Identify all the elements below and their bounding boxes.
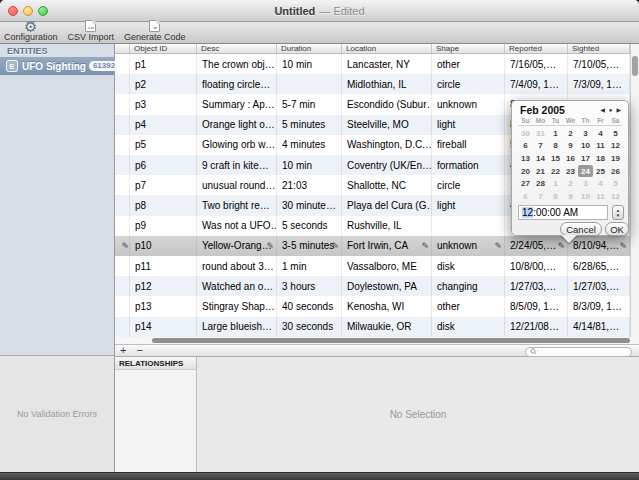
sidebar-item-ufo-sighting[interactable]: E UFO Sighting 61392 [0, 57, 114, 75]
cell-location[interactable]: Midlothian, IL [342, 74, 432, 94]
cell-reported[interactable]: 12/21/08… [505, 317, 568, 337]
calendar-day[interactable]: 27 [518, 177, 533, 190]
calendar-day[interactable]: 17 [578, 152, 593, 165]
cell-reported[interactable]: 1/27/03,… [505, 276, 568, 296]
table-row[interactable]: p13Stingray Shap…40 secondsKenosha, WIot… [115, 296, 630, 316]
calendar-day[interactable]: 26 [608, 165, 623, 178]
calendar-day[interactable]: 16 [563, 152, 578, 165]
calendar-day[interactable]: 31 [533, 127, 548, 140]
cell-duration[interactable]: 1 min [277, 256, 342, 276]
calendar-day[interactable]: 4 [593, 127, 608, 140]
calendar-day[interactable]: 8 [548, 190, 563, 203]
cell-shape[interactable]: unknown✎ [432, 236, 505, 256]
cell-desc[interactable]: round about 3… [197, 256, 277, 276]
stepper-down-icon[interactable]: ▼ [616, 213, 620, 218]
calendar-day[interactable]: 18 [593, 152, 608, 165]
cell-sighted[interactable]: 4/14/81,… [568, 317, 630, 337]
calendar-day[interactable]: 1 [548, 127, 563, 140]
cell-location[interactable]: Playa del Cura (G… [342, 195, 432, 215]
calendar-day[interactable]: 19 [608, 152, 623, 165]
cell-location[interactable]: Shallotte, NC [342, 175, 432, 195]
cell-location[interactable]: Kenosha, WI [342, 296, 432, 316]
search-input[interactable] [541, 347, 621, 356]
calendar-day[interactable]: 8 [548, 140, 563, 153]
vertical-scrollbar-thumb[interactable] [632, 56, 638, 76]
cell-duration[interactable]: 3 hours [277, 276, 342, 296]
calendar-day[interactable]: 13 [518, 152, 533, 165]
cell-location[interactable]: Steelville, MO [342, 115, 432, 135]
zoom-button[interactable] [38, 6, 48, 16]
calendar-day[interactable]: 5 [608, 177, 623, 190]
calendar-day[interactable]: 22 [548, 165, 563, 178]
cell-shape[interactable]: unknown [432, 94, 505, 114]
table-row[interactable]: ✎p10Yellow-Orang…✎3-5 minutes✎Fort Irwin… [115, 236, 630, 256]
cell-sighted[interactable]: 8/3/09, 1… [568, 296, 630, 316]
cell-location[interactable]: Washington, D.C.… [342, 135, 432, 155]
generate-code-button[interactable]: .m Generate Code [124, 20, 186, 42]
cell-desc[interactable]: unusual round… [197, 175, 277, 195]
cell-id[interactable]: p2 [130, 74, 197, 94]
cell-duration[interactable]: 21:03 [277, 175, 342, 195]
pencil-icon[interactable]: ✎ [494, 241, 502, 251]
calendar-day[interactable]: 28 [533, 177, 548, 190]
calendar-day[interactable]: 1 [548, 177, 563, 190]
cell-desc[interactable]: The crown obj… [197, 54, 277, 74]
calendar-day[interactable]: 6 [518, 140, 533, 153]
calendar-day[interactable]: 12 [608, 140, 623, 153]
calendar-day[interactable]: 24 [578, 165, 593, 178]
calendar-day[interactable]: 3 [578, 177, 593, 190]
calendar-day[interactable]: 6 [518, 190, 533, 203]
calendar-day[interactable]: 21 [533, 165, 548, 178]
cell-id[interactable]: p10 [130, 236, 197, 256]
calendar-day[interactable]: 14 [533, 152, 548, 165]
calendar-day[interactable]: 3 [578, 127, 593, 140]
calendar-day[interactable]: 2 [563, 177, 578, 190]
table-row[interactable]: p1The crown obj…10 minLancaster, NYother… [115, 54, 630, 74]
cell-desc[interactable]: Two bright re… [197, 195, 277, 215]
cell-desc[interactable]: Was not a UFO… [197, 216, 277, 236]
cell-desc[interactable]: Summary : Ap… [197, 94, 277, 114]
calendar-prev-button[interactable]: ◀ [600, 104, 605, 116]
cell-duration[interactable]: 30 seconds [277, 317, 342, 337]
pencil-icon[interactable]: ✎ [331, 241, 339, 251]
cell-id[interactable]: p7 [130, 175, 197, 195]
cell-shape[interactable]: other [432, 296, 505, 316]
cell-shape[interactable]: light [432, 115, 505, 135]
cell-duration[interactable]: 30 minute… [277, 195, 342, 215]
cell-id[interactable]: p8 [130, 195, 197, 215]
calendar-day[interactable]: 25 [593, 165, 608, 178]
cell-id[interactable]: p4 [130, 115, 197, 135]
cell-shape[interactable]: other [432, 54, 505, 74]
cell-shape[interactable]: circle [432, 74, 505, 94]
cell-duration[interactable]: 5-7 min [277, 94, 342, 114]
cell-duration[interactable]: 4 minutes [277, 135, 342, 155]
cell-shape[interactable]: light [432, 195, 505, 215]
cell-desc[interactable]: Watched an o… [197, 276, 277, 296]
cell-sighted[interactable]: 1/27/03,… [568, 276, 630, 296]
cell-reported[interactable]: 8/5/09, 1… [505, 296, 568, 316]
pencil-icon[interactable]: ✎ [421, 241, 429, 251]
column-header-reported[interactable]: Reported [505, 44, 568, 53]
calendar-day[interactable]: 20 [518, 165, 533, 178]
calendar-day[interactable]: 9 [563, 140, 578, 153]
cancel-button[interactable]: Cancel [560, 222, 602, 236]
table-row[interactable]: p14Large blueish…30 secondsMilwaukie, OR… [115, 317, 630, 337]
calendar-day[interactable]: 9 [563, 190, 578, 203]
cell-reported[interactable]: 7/4/09, 1… [505, 74, 568, 94]
cell-shape[interactable]: disk [432, 256, 505, 276]
cell-sighted[interactable]: 7/10/05,… [568, 54, 630, 74]
cell-shape[interactable] [432, 216, 505, 236]
cell-shape[interactable]: circle [432, 175, 505, 195]
calendar-day[interactable]: 7 [533, 140, 548, 153]
cell-shape[interactable]: disk [432, 317, 505, 337]
cell-sighted[interactable]: 7/3/09, 1… [568, 74, 630, 94]
ok-button[interactable]: OK [605, 222, 629, 236]
column-header-shape[interactable]: Shape [432, 44, 505, 53]
csv-import-button[interactable]: .csv CSV Import [68, 20, 115, 42]
cell-id[interactable]: p5 [130, 135, 197, 155]
cell-shape[interactable]: changing [432, 276, 505, 296]
calendar-day[interactable]: 11 [593, 140, 608, 153]
remove-row-button[interactable]: − [131, 345, 147, 356]
search-field[interactable] [525, 347, 632, 357]
column-header-sighted[interactable]: Sighted [568, 44, 630, 53]
